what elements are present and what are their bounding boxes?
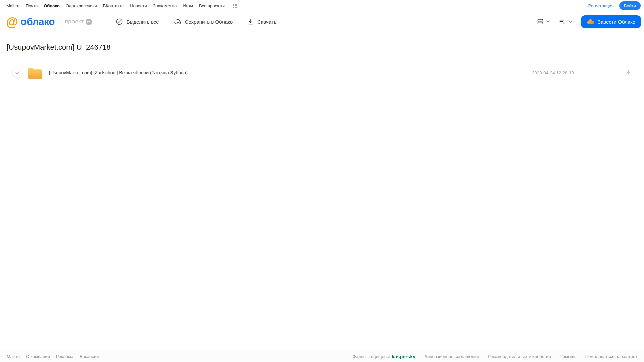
footer-link-vakansii[interactable]: Вакансии: [80, 354, 99, 359]
nav-link-vkontakte[interactable]: ВКонтакте: [103, 3, 124, 8]
download-button[interactable]: Скачать: [247, 18, 276, 25]
checkmark-icon: [15, 71, 20, 75]
sort-dropdown[interactable]: [559, 18, 572, 25]
footer-right-links: Файлы защищены kaspersky Лицензионное со…: [353, 354, 637, 359]
check-circle-icon: [116, 18, 123, 25]
portal-nav-links: Mail.ru Почта Облако Одноклассники ВКонт…: [6, 3, 238, 8]
apps-grid-icon[interactable]: [233, 3, 238, 8]
row-checkbox[interactable]: [12, 68, 22, 78]
cloud-upload-icon: [174, 18, 182, 25]
mailru-at-icon: @: [6, 16, 18, 28]
get-cloud-button[interactable]: Завести Облако: [581, 15, 641, 28]
file-name-link[interactable]: [UsupovMarket.com] [Zartschool] Ветка яб…: [49, 70, 532, 75]
portal-nav-auth: Регистрация Войти: [588, 1, 641, 10]
footer: Mail.ru О компании Реклама Вакансии Файл…: [0, 351, 644, 362]
get-cloud-label: Завести Облако: [598, 19, 635, 25]
footer-link-report[interactable]: Пожаловаться на контент: [585, 354, 637, 359]
header-right-controls: Завести Облако: [537, 15, 641, 28]
folder-icon: [28, 67, 43, 79]
page-title: [UsupovMarket.com] U_246718: [7, 43, 644, 52]
footer-left-links: Mail.ru О компании Реклама Вакансии: [7, 354, 99, 359]
footer-link-help[interactable]: Помощь: [559, 354, 576, 359]
register-link[interactable]: Регистрация: [588, 3, 614, 8]
nav-link-pochta[interactable]: Почта: [26, 3, 38, 8]
project-vk-label: | проект vk: [59, 18, 92, 25]
protected-label: Файлы защищены: [353, 354, 390, 359]
footer-link-recommendations[interactable]: Рекомендательные технологии: [488, 354, 551, 359]
nav-link-oblako[interactable]: Облако: [44, 3, 60, 8]
nav-link-mailru[interactable]: Mail.ru: [6, 3, 19, 8]
select-all-label: Выделить все: [127, 19, 159, 25]
save-to-cloud-label: Сохранить в Облако: [185, 19, 233, 25]
nav-link-odnoklassniki[interactable]: Одноклассники: [66, 3, 97, 8]
nav-link-novosti[interactable]: Новости: [130, 3, 147, 8]
toolbar: Выделить все Сохранить в Облако Скачать: [116, 18, 277, 25]
list-view-icon: [537, 18, 544, 25]
portal-nav: Mail.ru Почта Облако Одноклассники ВКонт…: [0, 0, 644, 11]
chevron-down-icon: [546, 20, 550, 23]
chevron-down-icon: [568, 20, 572, 23]
nav-link-znakomstva[interactable]: Знакомства: [153, 3, 177, 8]
view-mode-dropdown[interactable]: [537, 18, 550, 25]
file-row[interactable]: [UsupovMarket.com] [Zartschool] Ветка яб…: [0, 65, 644, 80]
cloud-logo[interactable]: @ облако: [6, 16, 55, 28]
file-date: 2023-04-24 12:28:13: [532, 70, 574, 75]
sort-icon: [559, 18, 566, 25]
login-button[interactable]: Войти: [619, 1, 641, 10]
project-separator: |: [59, 18, 61, 25]
footer-link-license[interactable]: Лицензионное соглашение: [424, 354, 479, 359]
kaspersky-logo[interactable]: kaspersky: [392, 354, 415, 359]
project-label: проект: [65, 18, 84, 25]
nav-link-igry[interactable]: Игры: [183, 3, 193, 8]
row-download-icon[interactable]: [625, 69, 632, 76]
select-all-button[interactable]: Выделить все: [116, 18, 159, 25]
nav-link-vse-proekty[interactable]: Все проекты: [199, 3, 225, 8]
vk-logo-icon: vk: [86, 19, 92, 25]
download-label: Скачать: [257, 19, 276, 25]
save-to-cloud-button[interactable]: Сохранить в Облако: [174, 18, 233, 25]
footer-link-reklama[interactable]: Реклама: [56, 354, 73, 359]
footer-link-company[interactable]: О компании: [26, 354, 50, 359]
footer-link-mailru[interactable]: Mail.ru: [7, 354, 20, 359]
cloud-logo-text: облако: [20, 16, 55, 28]
kaspersky-protected: Файлы защищены kaspersky: [353, 354, 416, 359]
download-icon: [247, 18, 254, 25]
cloud-icon: [587, 19, 595, 25]
cloud-header: @ облако | проект vk Выделить все: [0, 11, 644, 32]
